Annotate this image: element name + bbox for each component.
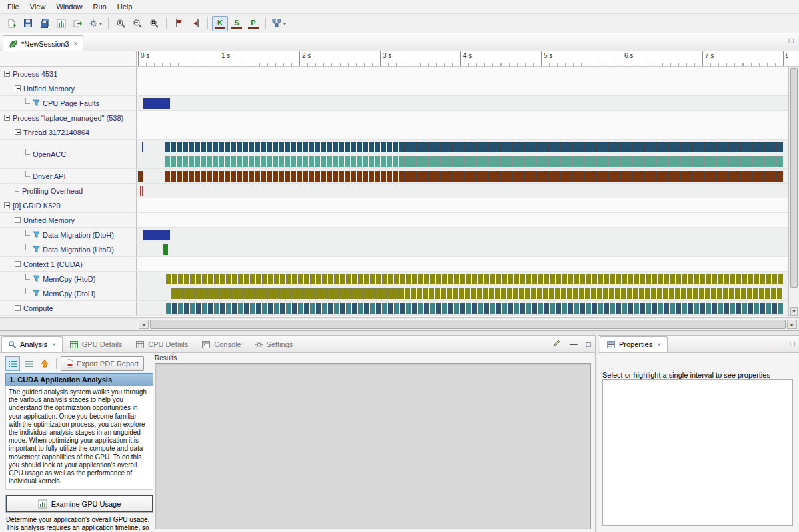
- profile-application-button[interactable]: [53, 16, 69, 31]
- import-export-button[interactable]: [70, 16, 86, 31]
- back-up-button[interactable]: [37, 356, 52, 371]
- vertical-scrollbar-thumb[interactable]: [790, 68, 798, 288]
- timeline-row-label[interactable]: Compute: [0, 301, 137, 315]
- close-icon[interactable]: ×: [52, 341, 56, 348]
- timeline-row-track[interactable]: [137, 169, 788, 183]
- timeline-row-label[interactable]: Process "laplace_managed" (538): [0, 111, 137, 125]
- horizontal-scrollbar[interactable]: ◂ ▸: [137, 317, 799, 330]
- guided-mode-button[interactable]: [5, 356, 20, 371]
- timeline-bar[interactable]: [142, 142, 143, 152]
- maximize-icon[interactable]: □: [790, 339, 795, 348]
- close-icon[interactable]: ×: [657, 341, 661, 348]
- scroll-down-icon[interactable]: ▾: [790, 307, 798, 316]
- timeline-bar[interactable]: [166, 274, 783, 284]
- timeline-row-label[interactable]: Driver API: [0, 169, 137, 183]
- timeline-row-label[interactable]: Data Migration (HtoD): [0, 242, 137, 256]
- dropdown-arrow-icon[interactable]: ▾: [283, 21, 286, 27]
- timeline-row-track[interactable]: [137, 140, 788, 168]
- scroll-right-icon[interactable]: ▸: [787, 320, 797, 329]
- zoom-in-button[interactable]: [113, 16, 129, 31]
- timeline-bar[interactable]: [138, 171, 141, 182]
- timeline-row-track[interactable]: [137, 272, 788, 286]
- export-pdf-button[interactable]: Export PDF Report: [61, 356, 144, 371]
- timeline-bar[interactable]: [141, 171, 144, 182]
- timeline-row-label[interactable]: Profiling Overhead: [0, 184, 137, 198]
- timeline-row-track[interactable]: [137, 81, 788, 95]
- menu-run[interactable]: Run: [88, 1, 112, 13]
- minimize-icon[interactable]: —: [774, 339, 782, 348]
- maximize-icon[interactable]: □: [789, 36, 794, 45]
- collapse-icon[interactable]: [4, 202, 10, 208]
- timeline-bar[interactable]: [171, 288, 783, 299]
- timeline-row-track[interactable]: [137, 111, 788, 125]
- tab-analysis[interactable]: Analysis×: [1, 336, 63, 352]
- close-icon[interactable]: ×: [74, 40, 78, 47]
- timeline-row-label[interactable]: MemCpy (DtoH): [0, 286, 137, 300]
- horizontal-scrollbar-thumb[interactable]: [150, 320, 786, 329]
- zoom-fit-button[interactable]: [146, 16, 162, 31]
- timeline-row-label[interactable]: Unified Memory: [0, 81, 137, 95]
- maximize-icon[interactable]: □: [586, 340, 591, 349]
- vertical-scrollbar[interactable]: ▾: [788, 67, 799, 317]
- minimize-icon[interactable]: —: [770, 36, 778, 45]
- examine-gpu-usage-button[interactable]: Examine GPU Usage: [6, 495, 153, 512]
- filter-icon[interactable]: [33, 231, 40, 238]
- minimize-icon[interactable]: —: [570, 340, 578, 349]
- next-marker-button[interactable]: [187, 16, 203, 31]
- collapse-icon[interactable]: [15, 85, 21, 91]
- save-all-button[interactable]: [37, 16, 53, 31]
- dropdown-arrow-icon[interactable]: ▾: [99, 21, 102, 27]
- timeline-bar[interactable]: [142, 186, 143, 196]
- process-timeline-toggle[interactable]: P: [245, 16, 261, 31]
- collapse-icon[interactable]: [15, 305, 21, 311]
- timeline-bar[interactable]: [143, 98, 170, 109]
- collapse-icon[interactable]: [4, 71, 10, 77]
- kernel-timeline-toggle[interactable]: K: [212, 16, 228, 31]
- tab-gpu-details[interactable]: GPU Details: [63, 336, 129, 352]
- prev-marker-button[interactable]: [171, 16, 187, 31]
- timeline-row-label[interactable]: Process 4531: [0, 67, 137, 81]
- filter-icon[interactable]: [33, 246, 40, 253]
- timeline-row-track[interactable]: [137, 67, 788, 81]
- timeline-row-label[interactable]: CPU Page Faults: [0, 96, 137, 110]
- tab-console[interactable]: Console: [195, 336, 247, 352]
- timeline-row-label[interactable]: OpenACC: [0, 140, 137, 168]
- timeline-row-track[interactable]: [137, 301, 788, 315]
- view-menu-icon[interactable]: [553, 339, 561, 349]
- run-analysis-dropdown[interactable]: ▾: [270, 16, 288, 31]
- menu-view[interactable]: View: [25, 1, 51, 13]
- timeline-bar[interactable]: [165, 171, 783, 182]
- timeline-row-label[interactable]: Data Migration (DtoH): [0, 228, 137, 242]
- collapse-icon[interactable]: [15, 129, 21, 135]
- timeline-bar[interactable]: [143, 230, 170, 240]
- collapse-icon[interactable]: [15, 261, 21, 267]
- timeline-row-label[interactable]: Thread 3172140864: [0, 125, 137, 139]
- collapse-icon[interactable]: [15, 217, 21, 223]
- timeline-row-label[interactable]: Unified Memory: [0, 213, 137, 227]
- menu-window[interactable]: Window: [51, 1, 87, 13]
- timeline-bar[interactable]: [165, 142, 783, 152]
- timeline-row-track[interactable]: [137, 184, 788, 198]
- collapse-icon[interactable]: [4, 115, 10, 121]
- timeline-row-track[interactable]: [137, 96, 788, 110]
- timeline-row-label[interactable]: [0] GRID K520: [0, 198, 137, 212]
- timeline-row-label[interactable]: MemCpy (HtoD): [0, 272, 137, 286]
- timeline-row-track[interactable]: [137, 213, 788, 227]
- timeline-row-track[interactable]: [137, 242, 788, 256]
- tab-settings[interactable]: Settings: [248, 336, 300, 352]
- timeline-bar[interactable]: [166, 303, 783, 314]
- filter-icon[interactable]: [33, 275, 40, 282]
- timeline-bar[interactable]: [165, 156, 783, 167]
- timeline-row-track[interactable]: [137, 257, 788, 271]
- menu-file[interactable]: File: [2, 1, 25, 13]
- filter-icon[interactable]: [33, 290, 40, 297]
- scroll-left-icon[interactable]: ◂: [139, 320, 149, 329]
- timeline-row-track[interactable]: [137, 228, 788, 242]
- timeline-row-track[interactable]: [137, 125, 788, 139]
- tab-cpu-details[interactable]: CPU Details: [129, 336, 195, 352]
- unguided-mode-button[interactable]: [21, 356, 36, 371]
- configure-dropdown[interactable]: ▾: [87, 16, 104, 31]
- zoom-out-button[interactable]: [129, 16, 145, 31]
- timeline-bar[interactable]: [140, 186, 141, 196]
- session-tab[interactable]: *NewSession3 ×: [3, 35, 83, 51]
